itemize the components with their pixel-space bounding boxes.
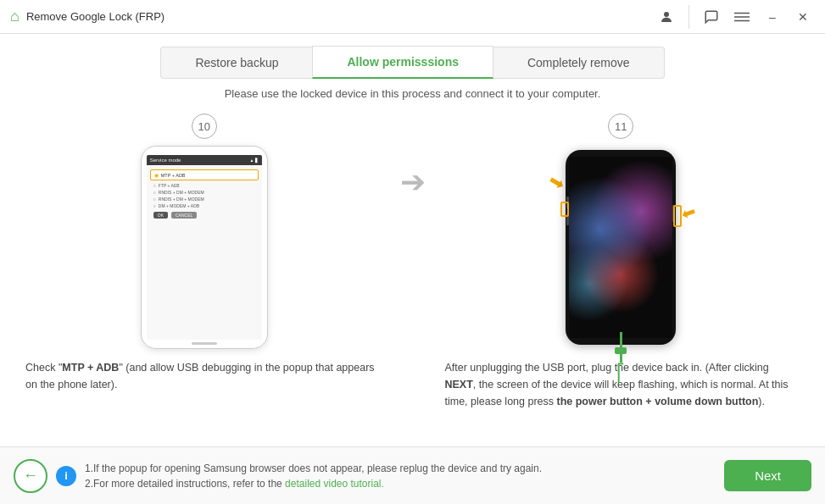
option-dm: DM + MODEM + ADB [150, 202, 259, 209]
video-tutorial-link[interactable]: detailed video tutorial. [285, 478, 384, 490]
arrow-power-icon: ➡ [679, 202, 700, 225]
titlebar-right: – ✕ [655, 5, 815, 29]
phone-11-body [566, 150, 676, 345]
note-1: 1.If the popup for opening Samsung brows… [85, 461, 716, 476]
usb-icon: ⎡ [616, 363, 625, 383]
phone-11-screen [569, 157, 672, 338]
info-icon: i [56, 466, 76, 486]
svg-rect-3 [734, 19, 750, 21]
step-10-description: Check "MTP + ADB" (and allow USB debuggi… [25, 359, 381, 410]
back-button[interactable]: ← [14, 459, 47, 493]
step-11-number: 11 [608, 114, 633, 139]
usb-cable-2 [620, 354, 622, 363]
step-arrow: ➔ [400, 164, 426, 200]
next-button[interactable]: Next [724, 460, 811, 491]
service-mode-title: Service mode [150, 158, 181, 163]
phone-home-bar [192, 342, 217, 345]
step-10-number: 10 [192, 114, 217, 139]
menu-icon[interactable] [730, 5, 754, 29]
step-10-col: 10 Service mode ▲ ▋ MTP + ADB FTP + AEB … [25, 114, 383, 349]
cancel-button-label: CANCEL [171, 212, 197, 219]
status-bar-icons: ▲ ▋ [249, 158, 258, 163]
usb-cable [620, 332, 622, 347]
svg-rect-2 [734, 16, 750, 18]
mtp-selected-option: MTP + ADB [150, 169, 259, 180]
tab-restore[interactable]: Restore backup [160, 47, 312, 79]
usb-plug [615, 347, 627, 354]
bokeh-background [569, 157, 672, 338]
arrow-vol-icon: ➡ [544, 169, 569, 196]
phone-10-screen: Service mode ▲ ▋ MTP + ADB FTP + AEB RND… [147, 155, 262, 340]
svg-point-0 [664, 12, 669, 17]
phone-screen-body: MTP + ADB FTP + AEB RNDIS + DM + MODEM R… [147, 165, 262, 224]
service-mode-header: Service mode ▲ ▋ [147, 155, 262, 165]
tabbar: Restore backup Allow permisssions Comple… [0, 34, 825, 79]
titlebar-left: ⌂ Remove Google Lock (FRP) [10, 8, 164, 25]
divider [688, 5, 689, 29]
close-button[interactable]: ✕ [791, 5, 815, 29]
next-bold: NEXT [445, 379, 473, 390]
content-area: 10 Service mode ▲ ▋ MTP + ADB FTP + AEB … [0, 105, 825, 349]
note-2: 2.For more detailed instructions, refer … [85, 476, 716, 491]
spacer [398, 359, 428, 410]
chat-icon[interactable] [700, 5, 723, 29]
vol-down-highlight [560, 202, 569, 217]
home-icon: ⌂ [10, 8, 20, 25]
mtp-label: MTP + ADB [161, 173, 186, 178]
phone-11-illustration: ➡ ➡ ⎡ [549, 146, 693, 349]
step-11-col: 11 ➡ ➡ ⎡ [443, 114, 800, 349]
bottom-bar: ← i 1.If the popup for opening Samsung b… [0, 446, 825, 504]
tab-remove[interactable]: Completely remove [493, 47, 665, 79]
descriptions-row: Check "MTP + ADB" (and allow USB debuggi… [0, 349, 825, 410]
option-rndis2: RNDIS + DM + MODEM [150, 196, 259, 202]
bottom-notes: 1.If the popup for opening Samsung brows… [85, 461, 716, 491]
mtp-bold: MTP + ADB [62, 362, 119, 374]
power-highlight [673, 205, 682, 227]
usb-area: ⎡ [615, 332, 627, 383]
power-bold: the power button + volume down button [557, 396, 759, 407]
titlebar: ⌂ Remove Google Lock (FRP) – ✕ [0, 0, 825, 34]
phone-action-btns: OK CANCEL [150, 209, 259, 221]
minimize-button[interactable]: – [761, 5, 784, 29]
subtitle: Please use the locked device in this pro… [0, 79, 825, 105]
option-ftp: FTP + AEB [150, 182, 259, 189]
tab-allow[interactable]: Allow permisssions [312, 46, 493, 79]
svg-rect-1 [734, 12, 750, 14]
user-icon[interactable] [655, 5, 678, 29]
ok-button-label: OK [153, 212, 168, 219]
phone-10-illustration: Service mode ▲ ▋ MTP + ADB FTP + AEB RND… [141, 146, 268, 349]
option-rndis1: RNDIS + DM + MODEM [150, 189, 259, 196]
titlebar-title: Remove Google Lock (FRP) [26, 10, 164, 23]
